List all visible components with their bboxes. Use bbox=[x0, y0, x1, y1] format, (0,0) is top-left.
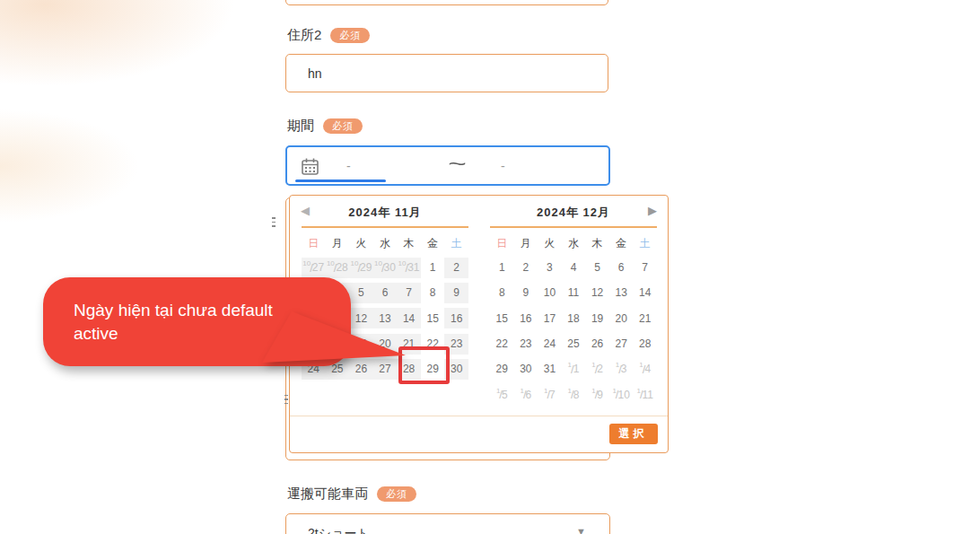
calendar-day[interactable]: 10 bbox=[538, 283, 562, 303]
calendar-day[interactable]: 14 bbox=[633, 283, 657, 303]
calendar-day[interactable]: 15 bbox=[490, 308, 514, 328]
select-button[interactable]: 選択 bbox=[609, 424, 658, 444]
day-grid: 1234567891011121314151617181920212223242… bbox=[490, 255, 657, 407]
weekday-label: 日 bbox=[490, 236, 514, 251]
chevron-down-icon: ▼ bbox=[576, 526, 586, 534]
calendar-day-outside: 1/10 bbox=[609, 384, 634, 405]
calendar-day-outside: 10/31 bbox=[397, 258, 421, 278]
calendar-day[interactable]: 21 bbox=[633, 308, 657, 328]
obscured-text-sliver bbox=[272, 217, 276, 229]
calendar-day[interactable]: 6 bbox=[609, 258, 634, 278]
focused-segment-bar bbox=[295, 179, 386, 182]
calendar-day[interactable]: 7 bbox=[633, 258, 657, 278]
calendar-day[interactable]: 20 bbox=[609, 308, 634, 328]
weekday-label: 火 bbox=[349, 236, 373, 251]
calendar-day[interactable]: 11 bbox=[562, 283, 586, 303]
calendar-day-outside: 1/6 bbox=[514, 384, 538, 405]
calendar-day-outside: 1/9 bbox=[585, 384, 609, 405]
calendar-day[interactable]: 4 bbox=[562, 258, 586, 278]
month-title-underline bbox=[302, 226, 468, 228]
weekday-label: 月 bbox=[514, 236, 538, 251]
calendar-day-outside: 10/30 bbox=[373, 258, 398, 278]
calendar-day: 9 bbox=[444, 283, 468, 303]
period-range-input[interactable]: - ~ - bbox=[285, 145, 610, 186]
period-label: 期間 bbox=[287, 118, 314, 135]
calendar-icon[interactable] bbox=[301, 157, 319, 176]
calendar-day[interactable]: 9 bbox=[514, 283, 538, 303]
page: 住所2 必須 hn 期間 必須 - ~ - ◀ ▶ 20 bbox=[0, 0, 980, 534]
weekday-header-row: 日月火水木金土 bbox=[490, 236, 657, 251]
weekday-label: 木 bbox=[585, 236, 609, 251]
calendar-day-outside: 10/28 bbox=[326, 258, 350, 278]
calendar-day[interactable]: 13 bbox=[609, 283, 634, 303]
weekday-label: 金 bbox=[421, 236, 445, 251]
weekday-label: 木 bbox=[397, 236, 421, 251]
calendar-day-outside: 10/29 bbox=[349, 258, 373, 278]
calendar-day-outside: 1/5 bbox=[490, 384, 514, 405]
period-separator: ~ bbox=[448, 153, 467, 176]
calendar-day[interactable]: 5 bbox=[585, 258, 609, 278]
address2-label: 住所2 bbox=[287, 27, 321, 44]
period-required-badge: 必須 bbox=[323, 118, 363, 134]
calendar-day[interactable]: 28 bbox=[633, 334, 657, 355]
calendar-day-outside: 10/27 bbox=[302, 258, 326, 278]
calendar-day-outside: 1/8 bbox=[562, 384, 586, 405]
weekday-label: 水 bbox=[562, 236, 586, 251]
calendar-day[interactable]: 24 bbox=[538, 334, 562, 355]
calendar-day[interactable]: 15 bbox=[421, 308, 445, 328]
calendar-day[interactable]: 25 bbox=[562, 334, 586, 355]
calendar-day[interactable]: 26 bbox=[585, 334, 609, 355]
calendar-day[interactable]: 12 bbox=[585, 283, 609, 303]
calendar-day[interactable]: 2 bbox=[514, 258, 538, 278]
calendar-day[interactable]: 8 bbox=[421, 283, 445, 303]
calendar-day[interactable]: 1 bbox=[421, 258, 445, 278]
calendar-day[interactable]: 23 bbox=[514, 334, 538, 355]
calendar-day: 16 bbox=[444, 308, 468, 328]
calendar-day[interactable]: 27 bbox=[609, 334, 634, 355]
month-title: 2024年 11月 bbox=[302, 196, 468, 221]
month-title-underline bbox=[490, 226, 657, 228]
calendar-day[interactable]: 30 bbox=[514, 359, 538, 380]
obscured-text-sliver bbox=[284, 395, 288, 407]
period-start-value[interactable]: - bbox=[346, 159, 351, 173]
calendar-day[interactable]: 17 bbox=[538, 308, 562, 328]
vehicle-label: 運搬可能車両 bbox=[287, 486, 368, 503]
calendar-day-outside: 1/2 bbox=[585, 359, 609, 380]
address2-input[interactable]: hn bbox=[285, 54, 608, 92]
weekday-label: 火 bbox=[538, 236, 562, 251]
address2-required-badge: 必須 bbox=[330, 28, 370, 43]
weekday-label: 日 bbox=[302, 236, 326, 251]
calendar-day[interactable]: 18 bbox=[562, 308, 586, 328]
calendar-day: 2 bbox=[444, 258, 468, 278]
month-title: 2024年 12月 bbox=[490, 196, 657, 221]
weekday-label: 月 bbox=[326, 236, 350, 251]
previous-field-input-partial[interactable] bbox=[285, 0, 608, 5]
vehicle-required-badge: 必須 bbox=[377, 486, 416, 502]
calendar-day-outside: 1/11 bbox=[633, 384, 657, 405]
calendar-day[interactable]: 1 bbox=[490, 258, 514, 278]
period-end-value[interactable]: - bbox=[501, 159, 505, 173]
calendar-day[interactable]: 16 bbox=[514, 308, 538, 328]
calendar-day[interactable]: 29 bbox=[490, 359, 514, 380]
address2-value: hn bbox=[308, 66, 322, 81]
calendar-day-outside: 1/3 bbox=[609, 359, 634, 380]
weekday-label: 土 bbox=[633, 236, 657, 251]
calendar-day[interactable]: 19 bbox=[585, 308, 609, 328]
footer-divider bbox=[290, 416, 668, 416]
calendar-day[interactable]: 8 bbox=[490, 283, 514, 303]
calendar-day[interactable]: 22 bbox=[490, 334, 514, 355]
weekday-label: 水 bbox=[373, 236, 398, 251]
calendar-day[interactable]: 3 bbox=[538, 258, 562, 278]
weekday-label: 土 bbox=[444, 236, 468, 251]
calendar-day-outside: 1/1 bbox=[562, 359, 586, 380]
calendar-day-outside: 1/4 bbox=[633, 359, 657, 380]
vehicle-select[interactable]: 2tショート ▼ bbox=[285, 513, 610, 534]
weekday-label: 金 bbox=[609, 236, 634, 251]
vehicle-selected-value: 2tショート bbox=[308, 526, 370, 534]
weekday-header-row: 日月火水木金土 bbox=[302, 236, 468, 251]
month-panel-december: 2024年 12月 日月火水木金土 1234567891011121314151… bbox=[490, 196, 657, 407]
calendar-day[interactable]: 31 bbox=[538, 359, 562, 380]
calendar-day-outside: 1/7 bbox=[538, 384, 562, 405]
speech-bubble-tail bbox=[242, 301, 417, 368]
